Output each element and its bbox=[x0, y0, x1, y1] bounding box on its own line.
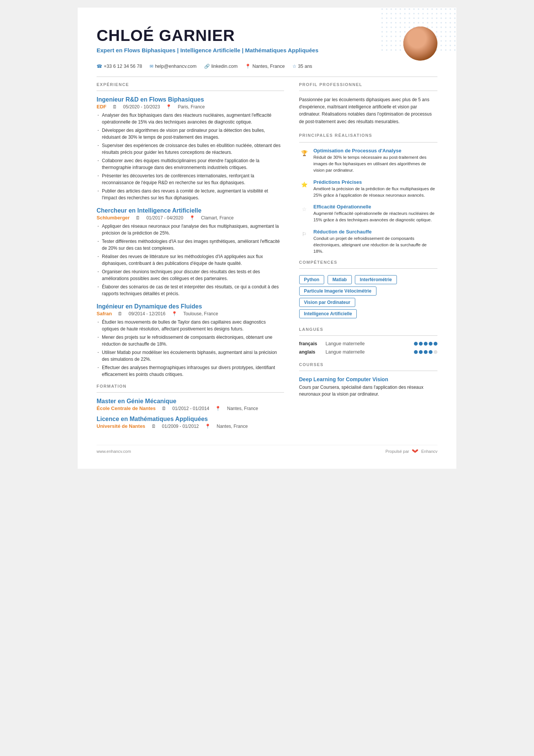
resume-page: CHLOÉ GARNIER Expert en Flows Biphasique… bbox=[78, 8, 456, 469]
resume-footer: www.enhancv.com Propulsé par Enhancv bbox=[97, 445, 437, 454]
lang-level-1: Langue maternelle bbox=[326, 349, 414, 355]
job-meta-1: Schlumberger 🗓 01/2017 - 04/2020 📍 Clama… bbox=[97, 215, 284, 221]
bullet-0-5: Publier des articles dans des revues à c… bbox=[97, 188, 284, 201]
realisation-icon-0: 🏆 bbox=[299, 148, 310, 158]
realisation-title-0: Optimisation de Processus d'Analyse bbox=[314, 148, 438, 153]
age-icon: ☆ bbox=[292, 64, 297, 69]
realisations-divider bbox=[299, 142, 438, 142]
header-left: CHLOÉ GARNIER Expert en Flows Biphasique… bbox=[97, 27, 396, 54]
phone-icon: ☎ bbox=[97, 64, 102, 69]
langues-divider bbox=[299, 335, 438, 336]
skill-4: Vision par Ordinateur bbox=[299, 298, 355, 307]
enhancv-heart-icon bbox=[411, 449, 419, 454]
avatar-image bbox=[403, 27, 437, 61]
realisation-content-1: Prédictions Précises Amélioré la précisi… bbox=[314, 179, 438, 199]
bullet-0-4: Présenter les découvertes lors de confér… bbox=[97, 172, 284, 186]
dot-0-3 bbox=[429, 342, 433, 346]
realisation-2: ☆ Efficacité Opérationnelle Augmenté l'e… bbox=[299, 204, 438, 224]
bullet-1-4: Élaborer des scénarios de cas de test et… bbox=[97, 283, 284, 297]
lang-1: anglais Langue maternelle bbox=[299, 349, 438, 355]
bullet-2-3: Effectuer des analyses thermographiques … bbox=[97, 364, 284, 378]
course-desc-0: Cours par Coursera, spécialisé dans l'ap… bbox=[299, 384, 438, 398]
contact-location: 📍 Nantes, France bbox=[245, 64, 284, 69]
linkedin-icon: 🔗 bbox=[204, 64, 210, 69]
footer-website: www.enhancv.com bbox=[97, 449, 131, 454]
skill-3: Particule Imagerie Vélocimétrie bbox=[299, 286, 376, 296]
realisation-desc-0: Réduit de 30% le temps nécessaire au pos… bbox=[314, 154, 438, 174]
job-loc-icon-2: 📍 bbox=[172, 311, 177, 316]
bullet-1-0: Appliquer des réseaux neuronaux pour l'a… bbox=[97, 223, 284, 236]
job-title-1: Chercheur en Intelligence Artificielle bbox=[97, 207, 284, 214]
lang-dots-0 bbox=[414, 342, 437, 346]
lang-0: français Langue maternelle bbox=[299, 341, 438, 346]
job-loc-icon-1: 📍 bbox=[189, 215, 195, 221]
contact-email: ✉ help@enhancv.com bbox=[150, 64, 197, 69]
realisation-desc-1: Amélioré la précision de la prédiction d… bbox=[314, 186, 438, 199]
job-entry-2: Ingénieur en Dynamique des Fluides Safra… bbox=[97, 303, 284, 378]
edu-location-1: Nantes, France bbox=[217, 424, 248, 429]
bullet-0-1: Développer des algorithmes de vision par… bbox=[97, 127, 284, 141]
profil-divider bbox=[299, 91, 438, 91]
edu-meta-0: École Centrale de Nantes 🗓 01/2012 - 01/… bbox=[97, 405, 284, 411]
job-location-1: Clamart, France bbox=[201, 215, 234, 221]
realisation-title-2: Efficacité Opérationnelle bbox=[314, 204, 438, 210]
bullet-0-0: Analyser des flux biphasiques dans des r… bbox=[97, 112, 284, 125]
realisation-0: 🏆 Optimisation de Processus d'Analyse Ré… bbox=[299, 148, 438, 174]
resume-header: CHLOÉ GARNIER Expert en Flows Biphasique… bbox=[97, 27, 437, 61]
competences-divider bbox=[299, 268, 438, 269]
main-layout: EXPÉRIENCE Ingenieur R&D en Flows Biphas… bbox=[97, 82, 437, 434]
job-dates-icon-0: 🗓 bbox=[112, 104, 117, 110]
realisation-content-0: Optimisation de Processus d'Analyse Rédu… bbox=[314, 148, 438, 174]
formation-divider bbox=[97, 392, 284, 393]
realisation-content-3: Réduction de Surchauffe Conduit un proje… bbox=[314, 229, 438, 255]
header-divider bbox=[97, 77, 437, 77]
avatar bbox=[403, 27, 437, 61]
courses-section: COURSES Deep Learning for Computer Visio… bbox=[299, 362, 438, 398]
competences-section: COMPÉTENCES Python Matlab Interférométri… bbox=[299, 260, 438, 319]
job-entry-0: Ingenieur R&D en Flows Biphasiques EDF 🗓… bbox=[97, 96, 284, 201]
edu-title-1: Licence en Mathématiques Appliquées bbox=[97, 416, 284, 423]
realisation-content-2: Efficacité Opérationnelle Augmenté l'eff… bbox=[314, 204, 438, 224]
dot-1-4 bbox=[434, 350, 437, 354]
job-company-1: Schlumberger bbox=[97, 215, 130, 221]
job-bullets-0: Analyser des flux biphasiques dans des r… bbox=[97, 112, 284, 201]
job-meta-2: Safran 🗓 09/2014 - 12/2016 📍 Toulouse, F… bbox=[97, 311, 284, 316]
job-loc-icon-0: 📍 bbox=[166, 104, 172, 110]
dot-1-2 bbox=[424, 350, 428, 354]
bullet-2-1: Mener des projets sur le refroidissement… bbox=[97, 334, 284, 347]
bullet-0-2: Superviser des expériences de croissance… bbox=[97, 142, 284, 156]
skill-5: Intelligence Artificielle bbox=[299, 309, 357, 318]
profil-text: Passionnée par les écoulements diphasiqu… bbox=[299, 96, 438, 125]
realisations-section-label: PRINCIPALES RÉALISATIONS bbox=[299, 133, 438, 138]
bullet-2-0: Étudier les mouvements de bulles de Tayl… bbox=[97, 319, 284, 332]
lang-name-0: français bbox=[299, 341, 326, 346]
lang-level-0: Langue maternelle bbox=[326, 341, 414, 346]
powered-by-text: Propulsé par bbox=[386, 449, 409, 454]
job-title-2: Ingénieur en Dynamique des Fluides bbox=[97, 303, 284, 310]
skill-1: Matlab bbox=[328, 275, 352, 284]
brand-name: Enhancv bbox=[421, 449, 437, 454]
edu-loc-icon-1: 📍 bbox=[205, 424, 211, 429]
job-meta-0: EDF 🗓 05/2020 - 10/2023 📍 Paris, France bbox=[97, 104, 284, 110]
course-title-0: Deep Learning for Computer Vision bbox=[299, 376, 438, 382]
profil-section-label: PROFIL PROFESSIONNEL bbox=[299, 82, 438, 87]
competences-section-label: COMPÉTENCES bbox=[299, 260, 438, 265]
skill-0: Python bbox=[299, 275, 325, 284]
edu-dates-1: 01/2009 - 01/2012 bbox=[162, 424, 199, 429]
edu-dates-icon-1: 🗓 bbox=[151, 424, 156, 429]
edu-school-0: École Centrale de Nantes bbox=[97, 405, 156, 411]
job-location-0: Paris, France bbox=[178, 104, 205, 110]
dot-1-3 bbox=[429, 350, 433, 354]
job-title-0: Ingenieur R&D en Flows Biphasiques bbox=[97, 96, 284, 103]
dot-1-0 bbox=[414, 350, 418, 354]
realisation-3: ⚐ Réduction de Surchauffe Conduit un pro… bbox=[299, 229, 438, 255]
realisation-1: ⭐ Prédictions Précises Amélioré la préci… bbox=[299, 179, 438, 199]
dot-0-4 bbox=[434, 342, 437, 346]
job-company-0: EDF bbox=[97, 104, 106, 110]
contact-linkedin: 🔗 linkedin.com bbox=[204, 64, 237, 69]
edu-dates-0: 01/2012 - 01/2014 bbox=[172, 406, 209, 411]
experience-divider bbox=[97, 91, 284, 91]
courses-section-label: COURSES bbox=[299, 362, 438, 367]
skill-2: Interférométrie bbox=[355, 275, 397, 284]
realisation-title-3: Réduction de Surchauffe bbox=[314, 229, 438, 235]
